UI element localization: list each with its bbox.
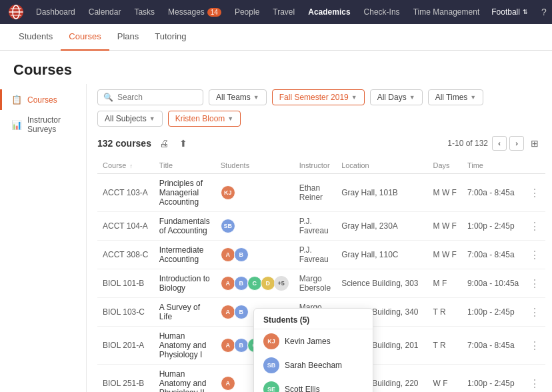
- filter-teams[interactable]: All Teams ▼: [209, 89, 267, 105]
- course-location: Gray Hall, 101B: [336, 174, 427, 212]
- table-row: BIOL 101-B Introduction to Biology ABCD+…: [97, 269, 545, 298]
- course-code: ACCT 103-A: [97, 174, 154, 212]
- course-title: Principles of Managerial Accounting: [154, 174, 215, 212]
- course-days: M W F: [428, 212, 462, 241]
- row-menu-button[interactable]: ⋮: [529, 187, 540, 199]
- prev-page-button[interactable]: ‹: [492, 136, 507, 151]
- nav-checkins[interactable]: Check-Ins: [357, 0, 407, 24]
- columns-button[interactable]: ⊞: [528, 137, 541, 150]
- top-navigation: Dashboard Calendar Tasks Messages 14 Peo…: [0, 0, 552, 24]
- pagination-controls: ‹ ›: [492, 136, 524, 151]
- row-menu-button[interactable]: ⋮: [529, 307, 540, 318]
- nav-dashboard[interactable]: Dashboard: [29, 0, 82, 24]
- course-students[interactable]: AB: [215, 241, 294, 269]
- course-time: 7:00a - 8:45a: [462, 241, 524, 269]
- chevron-down-icon: ▼: [253, 94, 259, 101]
- course-students[interactable]: SB: [215, 212, 294, 241]
- help-icon[interactable]: ?: [536, 4, 552, 20]
- course-days: T R: [428, 298, 462, 327]
- subnav-tutoring[interactable]: Tutoring: [147, 24, 194, 51]
- course-instructor: Ethan Reiner: [294, 174, 336, 212]
- print-button[interactable]: 🖨: [157, 137, 171, 150]
- course-time: 1:00p - 2:45p: [462, 298, 524, 327]
- row-menu-button[interactable]: ⋮: [529, 378, 540, 389]
- toolbar: 🔍 All Teams ▼ Fall Semester 2019 ▼ All D…: [87, 84, 552, 132]
- sidebar: 📋 Courses 📊 Instructor Surveys: [0, 84, 87, 392]
- nav-people[interactable]: People: [228, 0, 266, 24]
- popup-student-item[interactable]: SE Scott Ellis: [254, 377, 373, 392]
- course-title: A Survey of Life: [154, 298, 215, 327]
- course-days: M F: [428, 269, 462, 298]
- course-instructor: Margo Ebersole: [294, 269, 336, 298]
- filter-semester[interactable]: Fall Semester 2019 ▼: [272, 89, 365, 105]
- nav-tasks[interactable]: Tasks: [127, 0, 161, 24]
- course-title: Human Anatomy and Physiology II: [154, 365, 215, 393]
- next-page-button[interactable]: ›: [509, 136, 524, 151]
- sidebar-item-courses[interactable]: 📋 Courses: [0, 89, 86, 110]
- messages-badge: 14: [207, 8, 221, 17]
- col-students: Students: [215, 157, 294, 174]
- popup-student-avatar: SE: [263, 381, 279, 392]
- course-time: 7:00a - 8:45a: [462, 174, 524, 212]
- course-code: BIOL 103-C: [97, 298, 154, 327]
- popup-student-avatar: SB: [263, 357, 279, 373]
- course-students[interactable]: ABCD+5: [215, 269, 294, 298]
- row-menu-button[interactable]: ⋮: [529, 340, 540, 351]
- search-input[interactable]: [117, 93, 197, 102]
- filter-subjects[interactable]: All Subjects ▼: [97, 111, 163, 127]
- sub-navigation: Students Courses Plans Tutoring: [0, 24, 552, 51]
- course-title: Fundamentals of Accounting: [154, 212, 215, 241]
- page-title: Courses: [13, 61, 539, 79]
- filter-instructor[interactable]: Kristen Bloom ▼: [168, 111, 241, 127]
- app-logo[interactable]: [8, 3, 24, 21]
- course-location: Gray Hall, 230A: [336, 212, 427, 241]
- nav-timemanagement[interactable]: Time Management: [407, 0, 487, 24]
- chevron-down-icon: ▼: [149, 115, 155, 122]
- nav-calendar[interactable]: Calendar: [82, 0, 128, 24]
- course-code: ACCT 104-A: [97, 212, 154, 241]
- chevron-down-icon: ▼: [351, 94, 357, 101]
- students-dropdown: Students (5) KJ Kevin James SB Sarah Bee…: [253, 308, 373, 392]
- search-box[interactable]: 🔍: [97, 89, 203, 105]
- course-time: 7:00a - 8:45a: [462, 327, 524, 365]
- subnav-plans[interactable]: Plans: [109, 24, 147, 51]
- row-menu-button[interactable]: ⋮: [529, 249, 540, 261]
- col-location: Location: [336, 157, 427, 174]
- courses-icon: 📋: [11, 95, 22, 105]
- filter-days[interactable]: All Days ▼: [370, 89, 423, 105]
- filter-times[interactable]: All Times ▼: [428, 89, 484, 105]
- course-instructor: P.J. Favreau: [294, 212, 336, 241]
- course-title: Introduction to Biology: [154, 269, 215, 298]
- popup-student-avatar: KJ: [263, 333, 279, 349]
- subnav-courses[interactable]: Courses: [61, 24, 109, 51]
- chevron-down-icon: ▼: [409, 94, 415, 101]
- nav-messages[interactable]: Messages 14: [161, 0, 228, 24]
- course-time: 1:00p - 2:45p: [462, 212, 524, 241]
- nav-academics[interactable]: Academics: [301, 0, 357, 24]
- nav-travel[interactable]: Travel: [266, 0, 301, 24]
- export-button[interactable]: ⬆: [177, 137, 190, 150]
- courses-count: 132 courses: [97, 138, 151, 149]
- course-days: M W F: [428, 174, 462, 212]
- team-selector[interactable]: Football ⇅: [486, 7, 533, 17]
- subnav-students[interactable]: Students: [11, 24, 61, 51]
- course-students[interactable]: KJ: [215, 174, 294, 212]
- sidebar-item-surveys[interactable]: 📊 Instructor Surveys: [0, 110, 86, 139]
- pagination-info: 1-10 of 132: [447, 139, 488, 148]
- course-location: Science Building, 303: [336, 269, 427, 298]
- row-menu-button[interactable]: ⋮: [529, 221, 540, 232]
- row-menu-button[interactable]: ⋮: [529, 278, 540, 289]
- col-days: Days: [428, 157, 462, 174]
- table-header-row: Course ↑ Title Students Instructor Locat…: [97, 157, 545, 174]
- col-course[interactable]: Course ↑: [97, 157, 154, 174]
- popup-title: Students (5): [254, 309, 373, 329]
- chevron-down-icon: ▼: [470, 94, 476, 101]
- sort-icon: ↑: [130, 163, 133, 169]
- popup-student-name: Kevin James: [285, 337, 331, 346]
- popup-student-item[interactable]: SB Sarah Beecham: [254, 353, 373, 377]
- course-location: Gray Hall, 110C: [336, 241, 427, 269]
- sidebar-item-surveys-label: Instructor Surveys: [27, 115, 77, 134]
- popup-student-name: Sarah Beecham: [285, 361, 342, 370]
- sidebar-item-courses-label: Courses: [27, 95, 57, 105]
- popup-student-item[interactable]: KJ Kevin James: [254, 329, 373, 353]
